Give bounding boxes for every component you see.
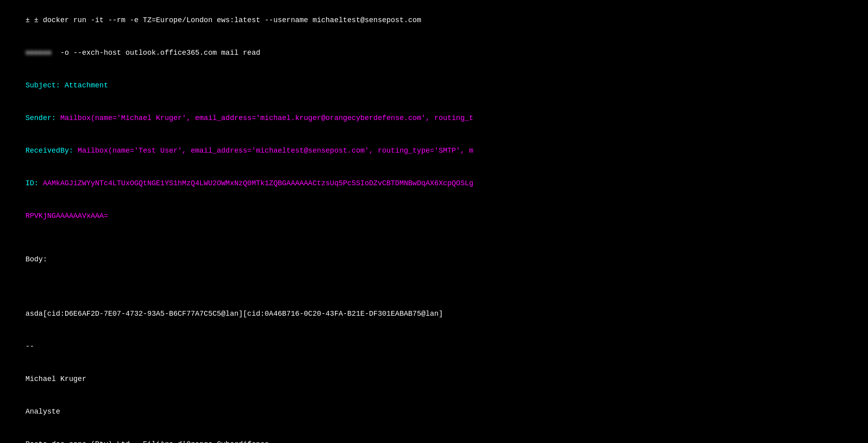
id-continuation-line: RPVKjNGAAAAAAVxAAA=: [8, 200, 860, 232]
signature-company-line: Poste des sens (Pty) Ltd - Filière d'Ora…: [8, 428, 860, 443]
subject-line: Subject: Attachment: [8, 69, 860, 102]
command-line-1: ± ± docker run -it --rm -e TZ=Europe/Lon…: [8, 4, 860, 37]
body-content: asda[cid:D6E6AF2D-7E07-4732-93A5-B6CF77A…: [25, 310, 443, 318]
receivedby-label: ReceivedBy:: [25, 147, 73, 155]
body-label-line: Body:: [8, 243, 860, 276]
id-label: ID:: [25, 179, 38, 187]
body-content-line: asda[cid:D6E6AF2D-7E07-4732-93A5-B6CF77A…: [8, 298, 860, 330]
command-text-1: ± docker run -it --rm -e TZ=Europe/Londo…: [34, 16, 421, 24]
receivedby-value: Mailbox(name='Test User', email_address=…: [73, 147, 473, 155]
sender-value: Mailbox(name='Michael Kruger', email_add…: [56, 114, 473, 122]
signature-title: Analyste: [25, 408, 60, 416]
terminal-window: ± ± docker run -it --rm -e TZ=Europe/Lon…: [0, 0, 868, 443]
empty-line-2: [8, 276, 860, 287]
receivedby-line: ReceivedBy: Mailbox(name='Test User', em…: [8, 135, 860, 167]
signature-name-line: Michael Kruger: [8, 363, 860, 395]
signature-company: Poste des sens (Pty) Ltd - Filière d'Ora…: [25, 440, 269, 443]
empty-line-1: [8, 232, 860, 243]
command-line-2: ●●●●●● -o --exch-host outlook.office365.…: [8, 37, 860, 69]
command-text-2: -o --exch-host outlook.office365.com mai…: [52, 49, 260, 57]
body-label: Body:: [25, 255, 47, 263]
id-line: ID: AAMkAGJiZWYyNTc4LTUxOGQtNGE1YS1hMzQ4…: [8, 167, 860, 200]
id-value: AAMkAGJiZWYyNTc4LTUxOGQtNGE1YS1hMzQ4LWU2…: [39, 179, 473, 187]
signature-name: Michael Kruger: [25, 375, 86, 383]
separator: --: [25, 342, 34, 350]
empty-line-3: [8, 287, 860, 298]
signature-title-line: Analyste: [8, 395, 860, 428]
prompt-symbol: ±: [25, 16, 34, 24]
id-continuation: RPVKjNGAAAAAAVxAAA=: [25, 212, 108, 220]
separator-line: --: [8, 330, 860, 363]
subject-label: Subject:: [25, 81, 60, 89]
sender-label: Sender:: [25, 114, 56, 122]
subject-value: Attachment: [60, 81, 108, 89]
password-blurred: ●●●●●●: [25, 48, 52, 58]
sender-line: Sender: Mailbox(name='Michael Kruger', e…: [8, 102, 860, 135]
